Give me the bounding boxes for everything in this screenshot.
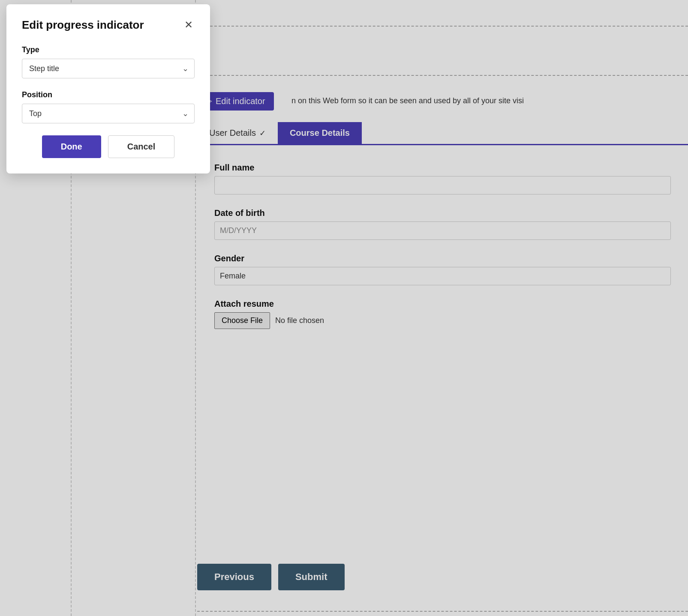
position-select-wrapper: Top Bottom Left Right ⌄	[22, 104, 195, 123]
position-label: Position	[22, 90, 195, 99]
done-button[interactable]: Done	[42, 135, 101, 158]
modal-close-button[interactable]: ✕	[183, 18, 195, 32]
modal-buttons: Done Cancel	[22, 135, 195, 158]
modal-position-group: Position Top Bottom Left Right ⌄	[22, 90, 195, 123]
modal-title: Edit progress indicator	[22, 18, 144, 32]
edit-progress-modal: Edit progress indicator ✕ Type Step titl…	[6, 4, 210, 173]
cancel-button[interactable]: Cancel	[108, 135, 175, 158]
position-select[interactable]: Top Bottom Left Right	[22, 104, 195, 123]
modal-header: Edit progress indicator ✕	[22, 18, 195, 32]
close-icon: ✕	[184, 19, 193, 30]
type-select[interactable]: Step title Step number Percentage	[22, 59, 195, 78]
type-label: Type	[22, 45, 195, 54]
type-select-wrapper: Step title Step number Percentage ⌄	[22, 59, 195, 78]
modal-type-group: Type Step title Step number Percentage ⌄	[22, 45, 195, 78]
